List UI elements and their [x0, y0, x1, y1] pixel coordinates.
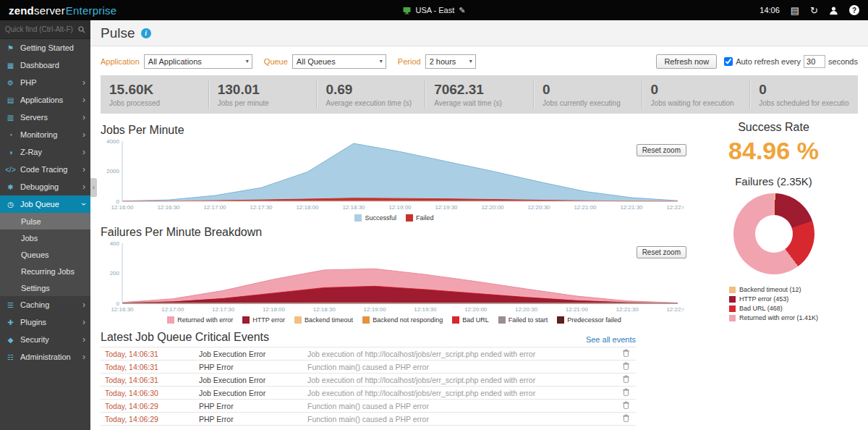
- stat-label: Jobs waiting for execution: [651, 99, 741, 107]
- stat-value: 0: [651, 82, 741, 98]
- event-type: PHP Error: [195, 413, 303, 426]
- sidebar-item-administration[interactable]: ☷Administration›: [0, 348, 90, 366]
- svg-text:12:19:00: 12:19:00: [388, 204, 412, 211]
- event-type: Job Execution Error: [195, 387, 303, 400]
- auto-refresh-interval-input[interactable]: [804, 55, 825, 68]
- legend-item-returned-with-error-1-41k: Returned with error (1.41K): [729, 314, 818, 321]
- period-select[interactable]: 2 hours: [425, 54, 476, 69]
- reset-zoom-button[interactable]: Reset zoom: [637, 246, 686, 258]
- sidebar-item-z-ray[interactable]: ◑Z-Ray›: [0, 143, 90, 161]
- sidebar-item-servers[interactable]: ▥Servers›: [0, 109, 90, 126]
- environment-selector[interactable]: USA - East ✎: [402, 6, 465, 15]
- jobs-per-minute-chart[interactable]: 02000400012:16:0012:16:3012:17:0012:17:3…: [101, 138, 688, 214]
- info-icon[interactable]: i: [141, 28, 151, 38]
- auto-refresh-checkbox[interactable]: [724, 57, 733, 66]
- failures-per-minute-chart[interactable]: 020040012:16:3012:17:0012:17:3012:18:001…: [101, 240, 688, 316]
- edit-icon[interactable]: ✎: [459, 6, 465, 15]
- time-series-column: Jobs Per Minute 02000400012:16:0012:16:3…: [101, 119, 688, 324]
- svg-text:12:17:00: 12:17:00: [203, 204, 226, 211]
- svg-text:12:18:30: 12:18:30: [342, 204, 365, 211]
- sidebar-item-plugins[interactable]: ✚Plugins›: [0, 313, 90, 331]
- chevron-right-icon: ›: [82, 113, 85, 122]
- filter-row: Application All Applications ▾ Queue All…: [101, 52, 858, 71]
- refresh-now-button[interactable]: Refresh now: [656, 54, 717, 69]
- event-delete-cell: [616, 413, 636, 426]
- sidebar-item-job-queue[interactable]: ◷Job Queue›: [0, 195, 90, 213]
- stats-bar: 15.60KJobs processed130.01Jobs per minut…: [101, 75, 858, 114]
- main-panel: Pulse i Application All Applications ▾ Q…: [90, 20, 868, 430]
- svg-text:12:17:00: 12:17:00: [161, 306, 184, 313]
- sidebar-item-caching[interactable]: ☰Caching›: [0, 296, 90, 313]
- delete-event-icon[interactable]: [623, 388, 629, 397]
- dashboard-icon: ▦: [5, 62, 16, 69]
- user-icon[interactable]: [829, 6, 838, 15]
- sidebar-item-monitoring[interactable]: ◔Monitoring›: [0, 126, 90, 143]
- sidebar-item-label: Dashboard: [20, 61, 85, 69]
- debugging-icon: ✱: [5, 183, 16, 191]
- page-title: Pulse: [101, 25, 135, 41]
- sidebar-item-label: Caching: [20, 300, 82, 309]
- stat-jobs-waiting-for-execution: 0Jobs waiting for execution: [642, 80, 750, 109]
- sidebar-item-code-tracing[interactable]: </>Code Tracing›: [0, 161, 90, 178]
- quick-find: [0, 20, 90, 39]
- help-icon[interactable]: ?: [849, 5, 859, 15]
- delete-event-icon[interactable]: [623, 375, 629, 384]
- see-all-events-link[interactable]: See all events: [586, 335, 636, 344]
- sidebar-subitem-recurring-jobs[interactable]: Recurring Jobs: [0, 263, 90, 279]
- chevron-right-icon: ›: [82, 182, 85, 191]
- application-select[interactable]: All Applications: [144, 54, 252, 69]
- event-delete-cell: [616, 400, 636, 413]
- refresh-icon[interactable]: ↻: [810, 6, 818, 15]
- sidebar-subitem-queues[interactable]: Queues: [0, 246, 90, 263]
- donut-hole: [755, 215, 793, 253]
- sidebar-item-php[interactable]: ⚙PHP›: [0, 74, 90, 91]
- sidebar-subitem-settings[interactable]: Settings: [0, 279, 90, 296]
- application-select-wrap: All Applications ▾: [144, 54, 252, 69]
- svg-text:12:17:30: 12:17:30: [212, 306, 235, 313]
- delete-event-icon[interactable]: [623, 349, 629, 358]
- sidebar-subitem-pulse[interactable]: Pulse: [0, 213, 90, 229]
- sidebar-item-getting-started[interactable]: ⚑Getting Started: [0, 39, 90, 56]
- brand-server: server: [34, 4, 65, 17]
- auto-refresh-suffix: seconds: [828, 57, 858, 66]
- stat-label: Jobs currently executing: [542, 99, 633, 107]
- sidebar-item-security[interactable]: ◆Security›: [0, 331, 90, 348]
- svg-text:12:20:30: 12:20:30: [515, 306, 538, 313]
- sidebar-item-dashboard[interactable]: ▦Dashboard: [0, 56, 90, 74]
- reset-zoom-button[interactable]: Reset zoom: [637, 144, 686, 156]
- chevron-right-icon: ›: [82, 165, 85, 174]
- event-description: Job execution of http://localhost/jobs/e…: [303, 374, 616, 387]
- security-icon: ◆: [5, 336, 16, 344]
- events-table-body: Today, 14:06:31Job Execution ErrorJob ex…: [101, 347, 636, 426]
- stat-jobs-currently-executing: 0Jobs currently executing: [533, 80, 642, 109]
- failures-donut-chart: [733, 193, 814, 274]
- svg-text:12:18:00: 12:18:00: [296, 204, 319, 211]
- events-header: Latest Job Queue Critical Events See all…: [101, 331, 636, 344]
- event-type: Job Execution Error: [195, 347, 303, 361]
- delete-event-icon[interactable]: [623, 401, 629, 410]
- delete-event-icon[interactable]: [623, 414, 629, 423]
- sidebar-item-debugging[interactable]: ✱Debugging›: [0, 178, 90, 195]
- notes-icon[interactable]: ▤: [791, 6, 799, 15]
- failures-donut-legend: Backend timeout (12)HTTP error (453)Bad …: [729, 284, 818, 324]
- charts-area: Jobs Per Minute 02000400012:16:0012:16:3…: [101, 119, 858, 324]
- event-time: Today, 14:06:31: [101, 347, 195, 361]
- sidebar-collapse-handle[interactable]: ‹: [90, 178, 97, 197]
- quick-find-input[interactable]: [5, 25, 78, 33]
- event-type: Job Execution Error: [195, 374, 303, 387]
- stat-jobs-scheduled-for-execution: 0Jobs scheduled for execution: [749, 80, 858, 109]
- jobs_per_minute-plot: 02000400012:16:0012:16:3012:17:0012:17:3…: [101, 138, 684, 211]
- delete-event-icon[interactable]: [623, 362, 629, 371]
- auto-refresh-label: Auto refresh every: [736, 57, 801, 66]
- chevron-down-icon: ›: [80, 203, 88, 206]
- administration-icon: ☷: [5, 353, 16, 361]
- stat-label: Average wait time (s): [434, 99, 524, 107]
- legend-item-successful: Successful: [354, 214, 396, 222]
- queue-select[interactable]: All Queues: [292, 54, 386, 69]
- failures-per-minute-title: Failures Per Minute Breakdown: [101, 226, 688, 239]
- sidebar-subitem-jobs[interactable]: Jobs: [0, 229, 90, 246]
- sidebar-item-applications[interactable]: ▤Applications›: [0, 91, 90, 109]
- application-filter-label: Application: [101, 57, 140, 66]
- event-time: Today, 14:06:29: [101, 413, 195, 426]
- sidebar-item-label: Servers: [20, 113, 82, 122]
